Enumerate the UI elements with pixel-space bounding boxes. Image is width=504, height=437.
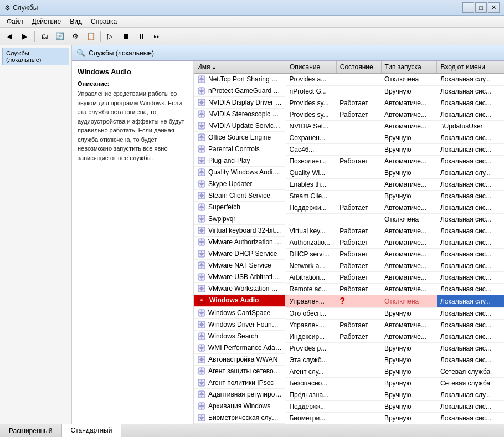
table-row[interactable]: Quality Windows Audio ...Quality Wi...Вр…: [194, 167, 504, 178]
table-row[interactable]: NVIDIA Update Service D...NVIDIA Set...А…: [194, 120, 504, 132]
service-name: Windows Search: [208, 332, 258, 340]
table-row[interactable]: Parental ControlsСас46...ВручнуюЛокальна…: [194, 143, 504, 155]
table-area[interactable]: Имя▲ Описание Состояние Тип запуска Вход…: [194, 61, 504, 424]
service-logon: Локальная слу...: [437, 167, 504, 178]
service-name: VMware NAT Service: [208, 261, 271, 269]
table-row[interactable]: WMI Performance Adap...Provides p...Вруч…: [194, 342, 504, 354]
menu-help[interactable]: Справка: [86, 17, 121, 27]
forward-button[interactable]: ▶: [18, 30, 32, 43]
service-logon: Локальная сис...: [437, 190, 504, 202]
svg-rect-160: [201, 392, 202, 393]
start-button[interactable]: ▷: [103, 30, 117, 43]
tab-standard[interactable]: Стандартный: [62, 424, 122, 437]
table-row[interactable]: VMware NAT ServiceNetwork a...РаботаетАв…: [194, 260, 504, 271]
table-row[interactable]: Адаптивная регулиров...Предназна...Вручн…: [194, 389, 504, 400]
menu-bar: Файл Действие Вид Справка: [0, 16, 504, 28]
svg-rect-111: [201, 290, 202, 291]
table-row[interactable]: Windows Driver Foundat...Управлен...Рабо…: [194, 319, 504, 331]
svg-rect-133: [203, 336, 204, 336]
table-row[interactable]: VMware Authorization S...Authorizatio...…: [194, 237, 504, 248]
tab-extended[interactable]: Расширенный: [0, 424, 62, 437]
console-button[interactable]: ⚙: [68, 30, 83, 43]
svg-rect-151: [203, 371, 204, 371]
col-desc-header[interactable]: Описание: [286, 61, 336, 73]
resume-button[interactable]: ▸▸: [150, 30, 164, 43]
minimize-button[interactable]: ─: [462, 2, 474, 13]
title-bar-text: Службы: [13, 4, 38, 12]
service-status: [336, 178, 381, 190]
table-row[interactable]: VMware DHCP ServiceDHCP servi...Работает…: [194, 248, 504, 260]
export-button[interactable]: 📋: [84, 30, 98, 43]
menu-file[interactable]: Файл: [2, 17, 28, 27]
svg-rect-92: [201, 251, 202, 252]
sidebar-item-services[interactable]: Службы (локальные): [2, 48, 69, 65]
maximize-button[interactable]: □: [475, 2, 487, 13]
service-name: Skype Updater: [208, 180, 252, 188]
up-button[interactable]: 🗂: [37, 30, 52, 43]
table-row[interactable]: Virtual keyboard 32-bit s...Virtual key.…: [194, 225, 504, 237]
table-row[interactable]: nProtect GameGuard Ser...nProtect G...Вр…: [194, 85, 504, 97]
service-desc: Это обесп...: [286, 307, 336, 319]
table-row[interactable]: SuperfetchПоддержи...РаботаетАвтоматиче.…: [194, 202, 504, 213]
close-button[interactable]: ✕: [488, 2, 500, 13]
table-row[interactable]: Net.Tcp Port Sharing Ser...Provides a...…: [194, 73, 504, 85]
service-name: WMI Performance Adap...: [208, 344, 282, 352]
service-name: VMware Workstation Ser...: [208, 285, 282, 292]
svg-rect-64: [199, 195, 200, 196]
service-desc: [286, 213, 336, 225]
table-row[interactable]: VMware USB Arbitration ...Arbitration...…: [194, 271, 504, 283]
svg-rect-75: [201, 220, 202, 222]
desc-text: Управление средствами работы со звуком д…: [78, 89, 188, 162]
col-name-header[interactable]: Имя▲: [194, 61, 286, 73]
back-button[interactable]: ◀: [2, 30, 17, 43]
service-logon: Локальная сис...: [437, 412, 504, 424]
table-row[interactable]: Биометрическая служб...Биометри...Вручну…: [194, 412, 504, 424]
service-icon: [197, 284, 206, 293]
table-row[interactable]: Plug-and-PlayПозволяет...РаботаетАвтомат…: [194, 155, 504, 167]
service-icon: [197, 98, 206, 107]
table-row[interactable]: VMware Workstation Ser...Remote ac...Раб…: [194, 283, 504, 295]
service-logon: Локальная сис...: [437, 354, 504, 366]
pause-button[interactable]: ⏸: [134, 30, 148, 43]
table-row[interactable]: NVIDIA Stereoscopic 3D ...Provides sy...…: [194, 109, 504, 120]
service-desc: Сас46...: [286, 143, 336, 155]
table-row[interactable]: Windows CardSpaceЭто обесп...ВручнуюЛока…: [194, 307, 504, 319]
svg-rect-149: [201, 373, 202, 374]
svg-rect-10: [199, 90, 200, 91]
service-name: Windows Driver Foundat...: [208, 321, 282, 328]
svg-point-165: [200, 405, 203, 408]
table-row[interactable]: Steam Client ServiceSteam Clie...Вручную…: [194, 190, 504, 202]
table-row[interactable]: Office Source EngineСохранен...ВручнуюЛо…: [194, 132, 504, 143]
svg-rect-174: [199, 417, 200, 418]
service-icon: [197, 121, 206, 130]
refresh-button[interactable]: 🔄: [53, 30, 67, 43]
svg-rect-11: [203, 90, 204, 91]
col-logon-header[interactable]: Вход от имени: [437, 61, 504, 73]
table-row[interactable]: NVIDIA Display Driver Se...Provides sy..…: [194, 97, 504, 109]
svg-rect-32: [201, 135, 202, 136]
table-row[interactable]: Skype UpdaterEnables th...Автоматиче...Л…: [194, 178, 504, 190]
toolbar: ◀ ▶ 🗂 🔄 ⚙ 📋 ▷ ⏹ ⏸ ▸▸: [0, 28, 504, 45]
table-row[interactable]: Windows SearchИндексир...РаботаетАвтомат…: [194, 331, 504, 342]
svg-rect-119: [201, 315, 202, 316]
service-status: Работает: [336, 225, 381, 237]
svg-rect-162: [199, 394, 200, 394]
table-row[interactable]: Агент политики IPsecБезопасно...ВручнуюС…: [194, 377, 504, 389]
table-row[interactable]: Windows AudioУправлен...?ОтключенаЛокаль…: [194, 295, 504, 307]
table-row[interactable]: Архивация WindowsПоддержк...ВручнуюЛокал…: [194, 400, 504, 412]
stop-button[interactable]: ⏹: [119, 30, 133, 43]
table-row[interactable]: SwpipvqrОтключенаЛокальная сис...: [194, 213, 504, 225]
col-status-header[interactable]: Состояние: [336, 61, 381, 73]
table-row[interactable]: Автонастройка WWANЭта служб...ВручнуюЛок…: [194, 354, 504, 366]
service-desc: Предназна...: [286, 389, 336, 400]
menu-view[interactable]: Вид: [65, 17, 86, 27]
menu-action[interactable]: Действие: [28, 17, 66, 27]
svg-rect-105: [201, 279, 202, 280]
service-startup: Вручную: [381, 354, 437, 366]
svg-point-141: [200, 358, 203, 361]
table-row[interactable]: Агент защиты сетевого...Агент слу...Вруч…: [194, 366, 504, 377]
service-icon: [197, 203, 206, 212]
col-startup-header[interactable]: Тип запуска: [381, 61, 437, 73]
service-desc: Steam Clie...: [286, 190, 336, 202]
svg-point-67: [200, 206, 203, 209]
